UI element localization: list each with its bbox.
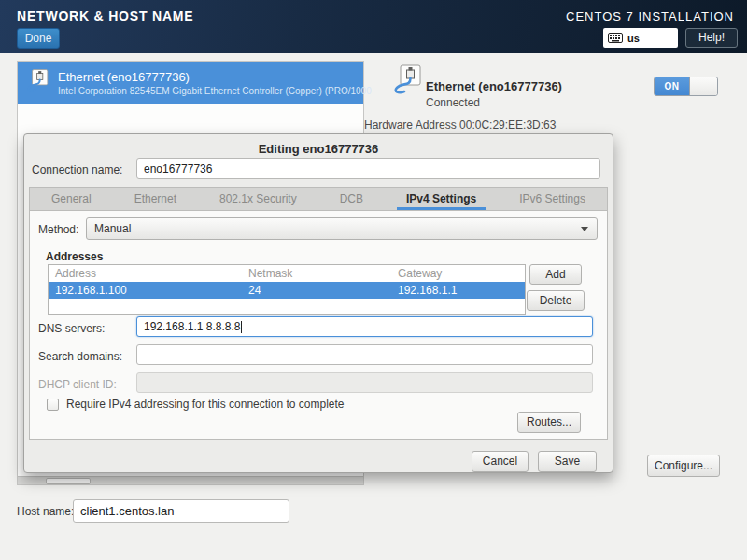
delete-address-button[interactable]: Delete xyxy=(527,290,585,311)
table-row[interactable]: 192.168.1.100 24 192.168.1.1 xyxy=(49,282,525,299)
ipv4-settings-panel: Method: Manual Addresses Address Netmask… xyxy=(29,210,608,440)
hardware-address: Hardware Address 00:0C:29:EE:3D:63 xyxy=(364,119,556,132)
cell-netmask[interactable]: 24 xyxy=(242,284,391,297)
table-header-row: Address Netmask Gateway xyxy=(49,265,525,282)
method-value: Manual xyxy=(94,222,131,235)
dhcp-client-id-input xyxy=(136,372,593,393)
edit-connection-dialog: Editing eno16777736 Connection name: Gen… xyxy=(23,133,613,473)
dns-servers-input[interactable]: 192.168.1.1 8.8.8.8 xyxy=(136,316,593,337)
settings-tabbar: General Ethernet 802.1x Security DCB IPv… xyxy=(29,187,608,210)
search-domains-input[interactable] xyxy=(136,344,593,365)
help-button[interactable]: Help! xyxy=(685,28,738,48)
search-domains-label: Search domains: xyxy=(38,350,122,363)
dns-servers-label: DNS servers: xyxy=(38,322,105,335)
ethernet-plug-icon-large xyxy=(390,63,424,101)
tab-8021x-security[interactable]: 802.1x Security xyxy=(210,188,306,210)
toggle-knob[interactable] xyxy=(689,77,717,95)
tab-ipv4-settings[interactable]: IPv4 Settings xyxy=(397,188,486,210)
method-dropdown[interactable]: Manual xyxy=(86,217,598,240)
routes-button[interactable]: Routes... xyxy=(517,412,581,433)
require-ipv4-checkbox[interactable] xyxy=(47,399,59,411)
hostname-label: Host name: xyxy=(17,505,74,518)
cancel-button[interactable]: Cancel xyxy=(472,451,529,472)
device-name: Ethernet (eno16777736) xyxy=(58,70,372,84)
dialog-title: Editing eno16777736 xyxy=(24,134,613,156)
tab-general[interactable]: General xyxy=(42,188,101,210)
text-cursor xyxy=(241,321,242,333)
done-button[interactable]: Done xyxy=(17,28,60,49)
column-header-netmask[interactable]: Netmask xyxy=(242,267,391,280)
require-ipv4-checkbox-label[interactable]: Require IPv4 addressing for this connect… xyxy=(66,398,345,411)
tab-dcb[interactable]: DCB xyxy=(331,188,373,210)
tab-ipv6-settings[interactable]: IPv6 Settings xyxy=(510,188,595,210)
table-empty-row[interactable] xyxy=(49,299,525,315)
installer-top-bar: NETWORK & HOST NAME Done CENTOS 7 INSTAL… xyxy=(0,0,747,53)
detail-device-name: Ethernet (eno16777736) xyxy=(426,79,562,93)
scrollbar-thumb[interactable] xyxy=(46,478,91,484)
dhcp-client-id-label: DHCP client ID: xyxy=(38,378,117,391)
product-title: CENTOS 7 INSTALLATION xyxy=(566,9,734,23)
column-header-gateway[interactable]: Gateway xyxy=(391,267,525,280)
column-header-address[interactable]: Address xyxy=(49,267,242,280)
ethernet-plug-icon xyxy=(24,68,50,98)
cell-address[interactable]: 192.168.1.100 xyxy=(49,284,242,297)
cell-gateway[interactable]: 192.168.1.1 xyxy=(391,284,525,297)
keyboard-layout-indicator[interactable]: us xyxy=(603,28,678,48)
keyboard-icon xyxy=(608,30,623,47)
tab-ethernet[interactable]: Ethernet xyxy=(125,188,186,210)
configure-button[interactable]: Configure... xyxy=(647,455,720,477)
dns-servers-value: 192.168.1.1 8.8.8.8 xyxy=(144,320,240,333)
toggle-on-label: ON xyxy=(655,77,689,95)
hostname-input[interactable] xyxy=(73,499,289,523)
detail-connection-status: Connected xyxy=(426,96,480,109)
chevron-down-icon xyxy=(581,227,588,231)
page-title: NETWORK & HOST NAME xyxy=(17,8,193,23)
device-list-item-eno16777736[interactable]: Ethernet (eno16777736) Intel Corporation… xyxy=(18,62,363,104)
addresses-table[interactable]: Address Netmask Gateway 192.168.1.100 24… xyxy=(48,264,526,315)
connection-name-input[interactable] xyxy=(136,158,600,179)
add-address-button[interactable]: Add xyxy=(529,264,582,285)
device-list-scrollbar[interactable] xyxy=(18,476,363,484)
addresses-section-label: Addresses xyxy=(46,250,103,263)
device-on-off-toggle[interactable]: ON xyxy=(654,77,718,96)
device-description: Intel Corporation 82545EM Gigabit Ethern… xyxy=(58,86,372,96)
connection-name-label: Connection name: xyxy=(32,163,122,176)
method-label: Method: xyxy=(38,223,78,236)
keyboard-layout-code: us xyxy=(627,33,640,44)
save-button[interactable]: Save xyxy=(538,451,597,472)
